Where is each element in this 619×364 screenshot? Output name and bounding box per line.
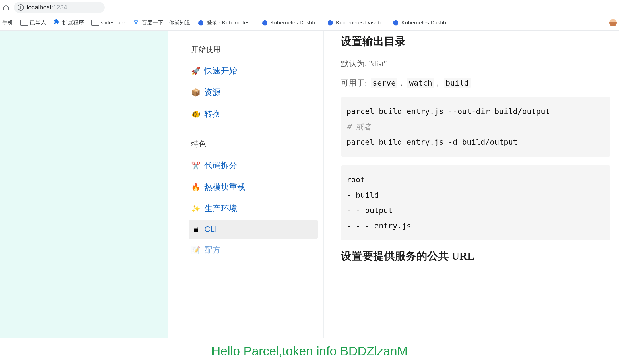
app-output-text: Hello Parcel,token info BDDZlzanM — [211, 344, 408, 358]
monitor-icon: 🖥 — [191, 225, 200, 234]
kubernetes-icon — [393, 20, 399, 26]
bookmark-label: Kubernetes Dashb... — [336, 20, 385, 26]
bookmark-item[interactable]: Kubernetes Dashb... — [393, 20, 451, 26]
bookmark-label: 已导入 — [30, 19, 46, 26]
sidebar-heading: 开始使用 — [189, 44, 318, 54]
bookmark-label: 手机 — [2, 19, 13, 26]
svg-point-2 — [136, 20, 137, 21]
bookmarks-bar: 手机 已导入 扩展程序 slideshare 百度一下，你就知道 登录 - Ku… — [0, 15, 619, 31]
svg-marker-6 — [262, 20, 267, 25]
extension-icon — [53, 19, 60, 27]
paw-icon — [133, 19, 139, 27]
sidebar-nav: 开始使用 🚀 快速开始 📦 资源 🐠 转换 特色 ✂️ 代码拆 — [168, 31, 324, 338]
default-line: 默认为: "dist" — [341, 58, 610, 69]
svg-point-4 — [135, 22, 137, 24]
bookmark-item[interactable]: slideshare — [91, 20, 125, 26]
bookmark-item[interactable]: Kubernetes Dashb... — [262, 20, 320, 26]
bookmark-item[interactable]: 百度一下，你就知道 — [133, 19, 190, 27]
sidebar-item-code-splitting[interactable]: ✂️ 代码拆分 — [189, 155, 318, 176]
documentation-region: 开始使用 🚀 快速开始 📦 资源 🐠 转换 特色 ✂️ 代码拆 — [168, 31, 619, 338]
memo-icon: 📝 — [191, 246, 200, 255]
section-heading-outdir: 设置输出目录 — [341, 34, 610, 49]
folder-icon — [91, 20, 98, 26]
sidebar-item-quickstart[interactable]: 🚀 快速开始 — [189, 60, 318, 82]
sidebar-item-label: 资源 — [204, 87, 221, 98]
sidebar-item-assets[interactable]: 📦 资源 — [189, 82, 318, 103]
url-port: :1234 — [51, 4, 67, 11]
section-heading-public-url: 设置要提供服务的公共 URL — [341, 249, 610, 263]
left-background-panel — [0, 31, 168, 338]
package-icon: 📦 — [191, 88, 200, 97]
sidebar-item-transforms[interactable]: 🐠 转换 — [189, 103, 318, 125]
kubernetes-icon — [327, 20, 333, 26]
profile-avatar-icon[interactable] — [609, 19, 617, 26]
sidebar-heading: 特色 — [189, 139, 318, 149]
bookmark-label: slideshare — [101, 20, 125, 26]
sidebar-item-hmr[interactable]: 🔥 热模块重载 — [189, 176, 318, 198]
fish-icon: 🐠 — [191, 110, 200, 119]
scissors-icon: ✂️ — [191, 161, 200, 170]
browser-chrome: i localhost:1234 手机 已导入 扩展程序 slideshare — [0, 0, 619, 31]
sidebar-item-label: 代码拆分 — [204, 160, 237, 171]
fire-icon: 🔥 — [191, 183, 200, 192]
svg-point-3 — [137, 20, 138, 22]
rocket-icon: 🚀 — [191, 67, 200, 75]
bookmark-label: Kubernetes Dashb... — [401, 20, 451, 26]
bookmark-label: Kubernetes Dashb... — [271, 20, 320, 26]
bookmark-item[interactable]: 已导入 — [20, 19, 46, 26]
sidebar-item-label: CLI — [204, 225, 217, 234]
sidebar-item-label: 配方 — [204, 244, 221, 256]
cmd-build: build — [444, 78, 470, 88]
svg-point-1 — [135, 20, 136, 21]
app-output-overlay: Hello Parcel,token info BDDZlzanM — [0, 338, 619, 364]
bookmark-item[interactable]: Kubernetes Dashb... — [327, 20, 385, 26]
code-block-outdir: parcel build entry.js --out-dir build/ou… — [341, 97, 610, 157]
sidebar-item-production[interactable]: ✨ 生产环境 — [189, 198, 318, 220]
sparkles-icon: ✨ — [191, 204, 200, 213]
code-block-tree: root - build - - output - - - entry.js — [341, 165, 610, 240]
sidebar-item-label: 热模块重载 — [204, 181, 245, 193]
bookmark-item[interactable]: 手机 — [2, 19, 13, 26]
address-bar[interactable]: i localhost:1234 — [14, 2, 105, 13]
svg-marker-7 — [328, 20, 333, 25]
bookmark-item[interactable]: 登录 - Kubernetes... — [198, 19, 254, 26]
cmd-serve: serve — [371, 78, 397, 88]
folder-icon — [20, 20, 27, 26]
sidebar-item-label: 转换 — [204, 108, 221, 120]
page-area: 开始使用 🚀 快速开始 📦 资源 🐠 转换 特色 ✂️ 代码拆 — [0, 31, 619, 338]
address-bar-row: i localhost:1234 — [0, 0, 619, 15]
sidebar-item-recipes[interactable]: 📝 配方 — [189, 239, 318, 261]
site-info-icon[interactable]: i — [18, 4, 24, 11]
bookmark-item[interactable]: 扩展程序 — [53, 19, 84, 27]
kubernetes-icon — [198, 20, 204, 26]
usable-line: 可用于: serve， watch， build — [341, 78, 610, 88]
main-content: 设置输出目录 默认为: "dist" 可用于: serve， watch， bu… — [324, 31, 619, 338]
bookmark-label: 百度一下，你就知道 — [142, 19, 190, 26]
bookmark-label: 登录 - Kubernetes... — [207, 19, 254, 26]
svg-marker-8 — [393, 20, 398, 25]
sidebar-item-label: 快速开始 — [204, 65, 237, 76]
url-host: localhost — [27, 4, 51, 11]
home-icon[interactable] — [2, 4, 10, 11]
cmd-watch: watch — [407, 78, 434, 88]
kubernetes-icon — [262, 20, 268, 26]
sidebar-item-cli[interactable]: 🖥 CLI — [189, 220, 318, 239]
sidebar-item-label: 生产环境 — [204, 203, 237, 214]
svg-marker-5 — [198, 20, 203, 25]
svg-point-0 — [134, 20, 135, 22]
bookmark-label: 扩展程序 — [62, 19, 84, 26]
